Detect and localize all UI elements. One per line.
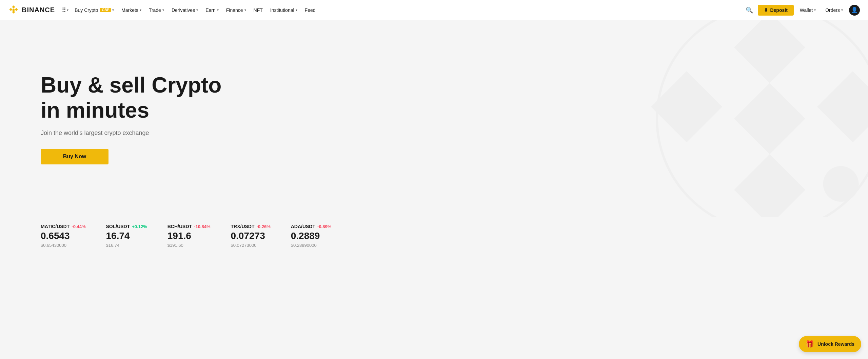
search-button[interactable]: 🔍 [744,4,755,16]
svg-marker-7 [651,71,722,142]
ticker-pair: MATIC/USDT -0.44% [41,224,86,229]
hero-subtitle: Join the world's largest crypto exchange [41,129,244,137]
grid-icon: ⠿ [62,6,66,14]
nav-derivatives[interactable]: Derivatives ▾ [168,5,201,15]
ticker-change: -10.84% [194,224,210,229]
ticker-pair: BCH/USDT -10.84% [167,224,211,229]
ticker-pair-name: ADA/USDT [291,224,315,229]
nav-orders[interactable]: Orders ▾ [822,5,846,15]
ticker-usd: $0.28890000 [291,243,332,248]
ticker-usd: $191.60 [167,243,211,248]
ticker-change: -0.44% [72,224,85,229]
binance-logo-icon [8,5,19,16]
ticker-price: 0.07273 [231,231,271,241]
ticker-section: MATIC/USDT -0.44% 0.6543 $0.65430000 SOL… [0,217,868,261]
svg-marker-2 [15,8,18,11]
hero-section: Buy & sell Crypto in minutes Join the wo… [0,20,868,217]
ticker-item[interactable]: MATIC/USDT -0.44% 0.6543 $0.65430000 [41,224,86,248]
hero-content: Buy & sell Crypto in minutes Join the wo… [41,73,244,164]
svg-marker-10 [734,83,805,154]
grid-menu-button[interactable]: ⠿ ▾ [60,5,70,15]
svg-marker-0 [12,5,15,8]
orders-chevron-icon: ▾ [841,8,843,12]
nav-buy-crypto[interactable]: Buy Crypto GBP ▾ [71,5,117,15]
user-icon: 👤 [851,7,858,13]
nav-items: Buy Crypto GBP ▾ Markets ▾ Trade ▾ Deriv… [71,5,742,15]
svg-point-11 [823,166,859,202]
ticker-pair-name: TRX/USDT [231,224,255,229]
orders-label: Orders [825,7,840,13]
svg-marker-9 [734,154,805,217]
logo[interactable]: BINANCE [8,5,55,16]
ticker-price: 16.74 [106,231,147,241]
ticker-price: 0.6543 [41,231,86,241]
search-icon: 🔍 [746,7,753,14]
finance-chevron-icon: ▾ [244,8,246,12]
grid-chevron-icon: ▾ [67,8,68,12]
markets-chevron-icon: ▾ [140,8,141,12]
nav-earn[interactable]: Earn ▾ [202,5,222,15]
trade-chevron-icon: ▾ [162,8,164,12]
user-avatar[interactable]: 👤 [849,5,860,16]
ticker-usd: $16.74 [106,243,147,248]
ticker-change: -0.26% [257,224,271,229]
buy-now-button[interactable]: Buy Now [41,149,108,164]
hero-title: Buy & sell Crypto in minutes [41,73,244,123]
derivatives-chevron-icon: ▾ [196,8,198,12]
nav-trade[interactable]: Trade ▾ [145,5,167,15]
ticker-usd: $0.07273000 [231,243,271,248]
wallet-label: Wallet [800,7,813,13]
svg-marker-4 [12,8,15,12]
ticker-item[interactable]: ADA/USDT -0.89% 0.2889 $0.28890000 [291,224,332,248]
nav-wallet[interactable]: Wallet ▾ [796,5,819,15]
institutional-chevron-icon: ▾ [296,8,297,12]
nav-nft[interactable]: NFT [250,5,266,15]
svg-marker-6 [734,20,805,83]
nav-markets[interactable]: Markets ▾ [118,5,145,15]
ticker-item[interactable]: TRX/USDT -0.26% 0.07273 $0.07273000 [231,224,271,248]
earn-label: Earn [205,7,216,13]
finance-label: Finance [226,7,243,13]
ticker-change: +0.12% [132,224,147,229]
ticker-price: 191.6 [167,231,211,241]
trade-label: Trade [149,7,161,13]
ticker-pair-name: MATIC/USDT [41,224,70,229]
ticker-pair-name: BCH/USDT [167,224,192,229]
ticker-pair: SOL/USDT +0.12% [106,224,147,229]
buy-crypto-chevron-icon: ▾ [112,8,114,12]
earn-chevron-icon: ▾ [217,8,219,12]
ticker-price: 0.2889 [291,231,332,241]
nav-feed[interactable]: Feed [301,5,319,15]
markets-label: Markets [121,7,138,13]
deposit-button[interactable]: ⬇ Deposit [758,5,793,16]
nav-institutional[interactable]: Institutional ▾ [267,5,301,15]
institutional-label: Institutional [270,7,294,13]
ticker-pair: TRX/USDT -0.26% [231,224,271,229]
nav-finance[interactable]: Finance ▾ [223,5,250,15]
wallet-chevron-icon: ▾ [814,8,816,12]
feed-label: Feed [305,7,316,13]
ticker-usd: $0.65430000 [41,243,86,248]
derivatives-label: Derivatives [172,7,195,13]
ticker-pair: ADA/USDT -0.89% [291,224,332,229]
svg-marker-1 [9,8,13,11]
hero-watermark-icon [651,20,868,217]
ticker-change: -0.89% [317,224,331,229]
ticker-pair-name: SOL/USDT [106,224,130,229]
ticker-item[interactable]: BCH/USDT -10.84% 191.6 $191.60 [167,224,211,248]
buy-crypto-label: Buy Crypto [75,7,98,13]
nav-actions: 🔍 ⬇ Deposit Wallet ▾ Orders ▾ 👤 [744,4,860,16]
deposit-label: Deposit [770,7,787,13]
logo-text: BINANCE [22,6,55,14]
nft-label: NFT [254,7,263,13]
navbar: BINANCE ⠿ ▾ Buy Crypto GBP ▾ Markets ▾ T… [0,0,868,20]
deposit-icon: ⬇ [764,7,768,13]
gbp-badge: GBP [100,8,111,12]
ticker-item[interactable]: SOL/USDT +0.12% 16.74 $16.74 [106,224,147,248]
svg-marker-8 [817,71,868,142]
